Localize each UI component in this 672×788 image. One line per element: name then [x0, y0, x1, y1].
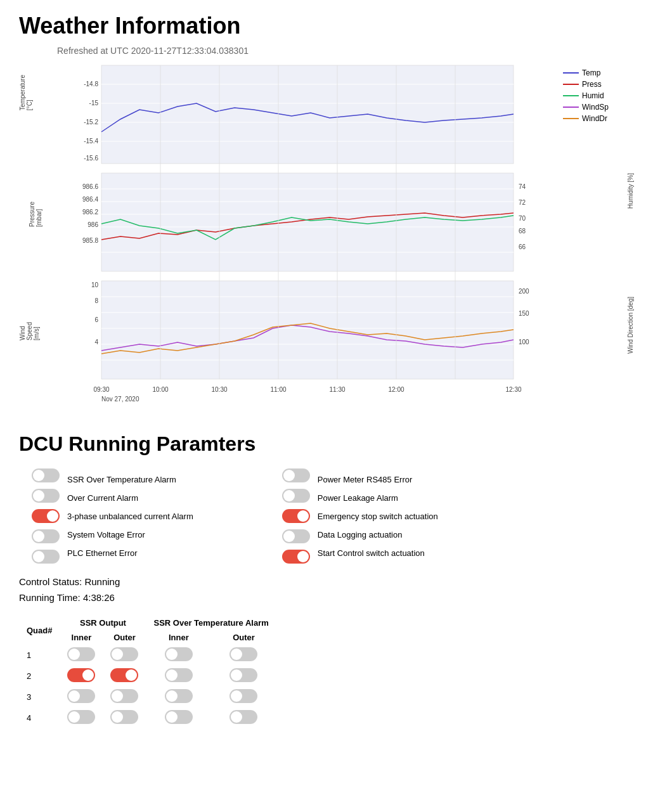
svg-text:12:00: 12:00: [388, 386, 404, 393]
running-time-label: Running Time:: [19, 592, 81, 603]
svg-rect-0: [101, 65, 514, 164]
label-emergency-stop: Emergency stop switch actuation: [318, 512, 438, 521]
left-toggles: [32, 468, 60, 564]
label-power-leakage: Power Leakage Alarm: [318, 493, 438, 503]
svg-text:986.4: 986.4: [82, 196, 98, 203]
svg-text:74: 74: [519, 183, 526, 190]
legend-windsp: WindSp: [582, 103, 609, 112]
page-title: Weather Information: [19, 13, 653, 39]
control-status-value: Running: [84, 576, 120, 587]
th-inner-ssr: Inner: [60, 630, 103, 645]
label-sys-voltage: System Voltage Error: [67, 530, 193, 539]
table-row: 4: [19, 707, 276, 728]
chart-legend: Temp Press Humid WindSp WindDr: [563, 68, 609, 126]
table-row: 3: [19, 687, 276, 707]
toggle-power-meter[interactable]: [282, 468, 310, 482]
label-3phase: 3-phase unbalanced current Alarm: [67, 512, 193, 521]
running-time-value: 4:38:26: [83, 592, 115, 603]
toggle-ssr-temp[interactable]: [32, 468, 60, 482]
toggle-power-leakage[interactable]: [282, 489, 310, 503]
label-start-control: Start Control switch actuation: [318, 548, 438, 558]
dcu-panels: SSR Over Temperature Alarm Over Current …: [32, 468, 653, 564]
th-quad: Quad#: [19, 616, 60, 645]
label-over-current: Over Current Alarm: [67, 493, 193, 503]
label-data-logging: Data Logging actuation: [318, 530, 438, 539]
control-status: Control Status: Running: [19, 576, 653, 587]
y-axis-wind-label: Wind Speed [m/s]: [19, 322, 40, 340]
th-ssr-alarm: SSR Over Temperature Alarm: [146, 616, 276, 630]
svg-text:Nov 27, 2020: Nov 27, 2020: [101, 396, 139, 403]
svg-text:8: 8: [94, 297, 98, 304]
quad-table: Quad# SSR Output SSR Over Temperature Al…: [19, 616, 276, 728]
control-status-label: Control Status:: [19, 576, 82, 587]
svg-text:-15.2: -15.2: [84, 119, 98, 126]
svg-text:200: 200: [519, 288, 529, 295]
label-plc-ethernet: PLC Ethernet Error: [67, 548, 193, 558]
weather-chart: -14.8 -15 -15.2 -15.4 -15.6 986.6 986.4 …: [70, 62, 545, 417]
toggle-data-logging[interactable]: [282, 529, 310, 543]
th-inner-alarm: Inner: [146, 630, 211, 645]
th-ssr-output: SSR Output: [60, 616, 146, 630]
svg-text:150: 150: [519, 310, 529, 317]
legend-humid: Humid: [582, 91, 604, 100]
svg-text:70: 70: [519, 215, 526, 222]
svg-text:-15.4: -15.4: [84, 138, 98, 145]
svg-rect-10: [101, 173, 514, 271]
svg-text:986.2: 986.2: [82, 209, 98, 216]
y-axis-winddir-label: Wind Direction [deg]: [627, 297, 634, 354]
svg-text:-15.6: -15.6: [84, 155, 98, 162]
svg-text:09:30: 09:30: [93, 386, 109, 393]
toggle-3phase[interactable]: [32, 509, 60, 523]
th-outer-alarm: Outer: [211, 630, 276, 645]
legend-temp: Temp: [582, 68, 600, 77]
svg-text:10:00: 10:00: [152, 386, 168, 393]
legend-press: Press: [582, 80, 602, 89]
dcu-title: DCU Running Paramters: [19, 432, 653, 456]
svg-text:-14.8: -14.8: [84, 81, 98, 87]
svg-text:986.6: 986.6: [82, 183, 98, 190]
svg-text:72: 72: [519, 199, 526, 206]
svg-rect-26: [101, 281, 514, 379]
toggle-start-control[interactable]: [282, 550, 310, 564]
refresh-timestamp: Refreshed at UTC 2020-11-27T12:33:04.038…: [57, 46, 653, 56]
right-labels: Power Meter RS485 Error Power Leakage Al…: [318, 475, 438, 558]
dcu-right-panel: Power Meter RS485 Error Power Leakage Al…: [282, 468, 438, 564]
y-axis-humid-label: Humidity [%]: [627, 173, 634, 209]
table-row: 2: [19, 666, 276, 687]
svg-text:10:30: 10:30: [211, 386, 227, 393]
th-outer-ssr: Outer: [103, 630, 146, 645]
toggle-over-current[interactable]: [32, 489, 60, 503]
svg-text:11:00: 11:00: [270, 386, 286, 393]
running-time: Running Time: 4:38:26: [19, 592, 653, 603]
y-axis-temp-label: Temperature [°C]: [19, 75, 33, 110]
table-row: 1: [19, 645, 276, 666]
legend-winddr: WindDr: [582, 114, 607, 123]
svg-text:12:30: 12:30: [505, 386, 521, 393]
svg-text:10: 10: [91, 281, 99, 288]
dcu-left-panel: SSR Over Temperature Alarm Over Current …: [32, 468, 193, 564]
svg-text:11:30: 11:30: [329, 386, 345, 393]
svg-text:985.8: 985.8: [82, 237, 98, 244]
label-ssr-temp: SSR Over Temperature Alarm: [67, 475, 193, 484]
svg-text:986: 986: [87, 221, 98, 228]
y-axis-press-label: Pressure [mbar]: [29, 202, 42, 227]
svg-text:-15: -15: [89, 100, 99, 107]
svg-text:100: 100: [519, 339, 529, 346]
right-toggles: [282, 468, 310, 564]
label-power-meter: Power Meter RS485 Error: [318, 475, 438, 484]
toggle-plc-ethernet[interactable]: [32, 550, 60, 564]
toggle-emergency-stop[interactable]: [282, 509, 310, 523]
toggle-sys-voltage[interactable]: [32, 529, 60, 543]
left-labels: SSR Over Temperature Alarm Over Current …: [67, 475, 193, 558]
svg-text:68: 68: [519, 228, 526, 235]
svg-text:4: 4: [94, 339, 98, 346]
svg-text:66: 66: [519, 243, 526, 250]
svg-text:6: 6: [94, 316, 98, 323]
